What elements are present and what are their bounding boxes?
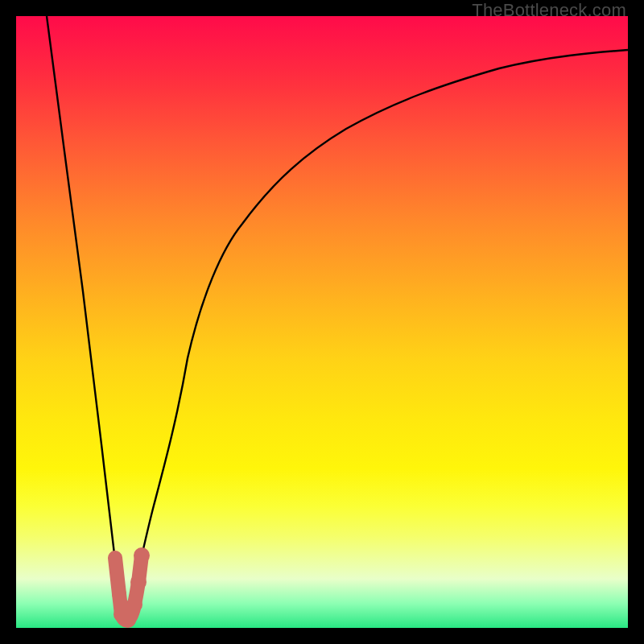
- marker-hook-connector: [115, 555, 142, 620]
- left-curve: [47, 16, 123, 616]
- chart-svg: [16, 16, 628, 628]
- chart-frame: TheBottleneck.com: [0, 0, 644, 644]
- right-curve: [126, 50, 628, 621]
- plot-area: [16, 16, 628, 628]
- marker-hook: [109, 547, 150, 628]
